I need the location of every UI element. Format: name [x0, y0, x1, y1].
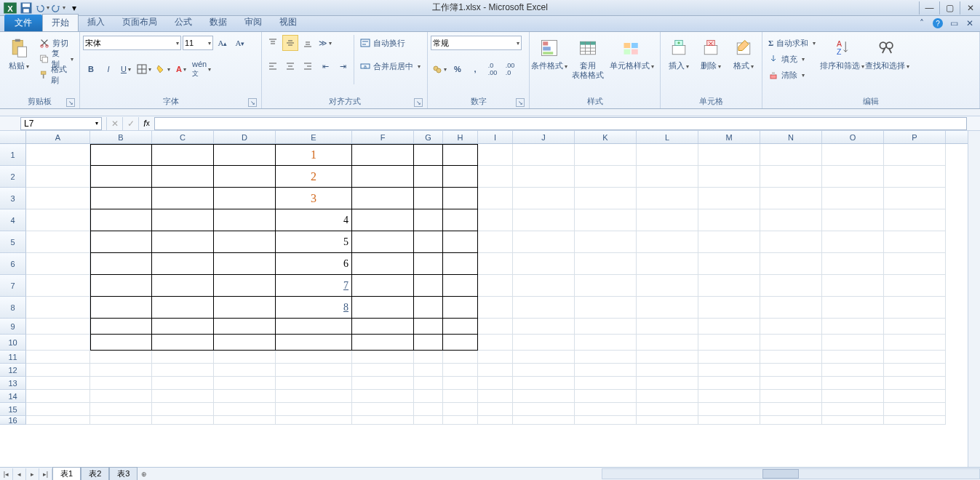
align-right-icon[interactable] [300, 58, 316, 74]
cell-C5[interactable] [152, 231, 214, 253]
align-middle-icon[interactable] [282, 35, 298, 51]
cell-F7[interactable] [352, 275, 414, 297]
cell-C11[interactable] [152, 351, 214, 364]
cell-M2[interactable] [698, 166, 760, 188]
cell-K6[interactable] [575, 253, 637, 275]
cell-C2[interactable] [152, 166, 214, 188]
col-header-O[interactable]: O [822, 131, 884, 143]
cell-L4[interactable] [637, 209, 698, 231]
cell-P5[interactable] [884, 231, 946, 253]
cell-E13[interactable] [276, 377, 352, 390]
cell-C4[interactable] [152, 209, 214, 231]
col-header-F[interactable]: F [352, 131, 414, 143]
col-header-C[interactable]: C [152, 131, 214, 143]
window-close-icon[interactable]: ✕ [964, 17, 976, 29]
cell-I12[interactable] [478, 364, 513, 377]
underline-button[interactable]: U▾ [118, 61, 134, 77]
cell-O9[interactable] [822, 319, 884, 335]
cell-I3[interactable] [478, 188, 513, 209]
cell-J3[interactable] [513, 188, 575, 209]
cell-G4[interactable] [414, 209, 443, 231]
cell-L6[interactable] [637, 253, 698, 275]
cell-C10[interactable] [152, 335, 214, 351]
cell-D14[interactable] [214, 390, 276, 403]
font-color-button[interactable]: A▾ [173, 61, 189, 77]
cell-O7[interactable] [822, 275, 884, 297]
spreadsheet-grid[interactable]: ABCDEFGHIJKLMNOP 11223344556677889101112… [0, 131, 980, 467]
cell-H2[interactable] [443, 166, 478, 188]
cell-F3[interactable] [352, 188, 414, 209]
cell-N3[interactable] [760, 188, 822, 209]
cell-L15[interactable] [637, 403, 698, 416]
cell-E12[interactable] [276, 364, 352, 377]
font-name-combo[interactable]: 宋体▾ [83, 36, 181, 50]
cell-L16[interactable] [637, 416, 698, 425]
cell-P14[interactable] [884, 390, 946, 403]
cell-I9[interactable] [478, 319, 513, 335]
col-header-L[interactable]: L [637, 131, 698, 143]
cell-P8[interactable] [884, 297, 946, 319]
cell-A13[interactable] [26, 377, 90, 390]
cell-O1[interactable] [822, 144, 884, 166]
cell-F10[interactable] [352, 335, 414, 351]
cell-D1[interactable] [214, 144, 276, 166]
cell-D10[interactable] [214, 335, 276, 351]
cell-G11[interactable] [414, 351, 443, 364]
row-header-15[interactable]: 15 [0, 403, 26, 416]
cell-B12[interactable] [90, 364, 152, 377]
row-header-7[interactable]: 7 [0, 275, 26, 297]
cell-N14[interactable] [760, 390, 822, 403]
cell-N15[interactable] [760, 403, 822, 416]
col-header-M[interactable]: M [698, 131, 760, 143]
cell-K16[interactable] [575, 416, 637, 425]
cell-J4[interactable] [513, 209, 575, 231]
autosum-button[interactable]: Σ自动求和▾ [765, 35, 818, 51]
cell-H14[interactable] [443, 390, 478, 403]
undo-icon[interactable]: ▾ [35, 1, 49, 15]
cell-E5[interactable]: 5 [276, 231, 352, 253]
cell-C9[interactable] [152, 319, 214, 335]
row-header-2[interactable]: 2 [0, 166, 26, 188]
col-header-A[interactable]: A [26, 131, 90, 143]
percent-icon[interactable]: % [450, 61, 466, 77]
maximize-button[interactable]: ▢ [939, 1, 960, 15]
cell-G8[interactable] [414, 297, 443, 319]
cell-O11[interactable] [822, 351, 884, 364]
cell-D7[interactable] [214, 275, 276, 297]
cell-F15[interactable] [352, 403, 414, 416]
cell-D3[interactable] [214, 188, 276, 209]
cell-J11[interactable] [513, 351, 575, 364]
cell-M6[interactable] [698, 253, 760, 275]
cell-K9[interactable] [575, 319, 637, 335]
cell-M3[interactable] [698, 188, 760, 209]
cell-N2[interactable] [760, 166, 822, 188]
cell-P11[interactable] [884, 351, 946, 364]
cell-J7[interactable] [513, 275, 575, 297]
format-cells-button[interactable]: 格式▾ [728, 35, 759, 72]
align-left-icon[interactable] [265, 58, 281, 74]
cell-D16[interactable] [214, 416, 276, 425]
cell-G13[interactable] [414, 377, 443, 390]
cell-N12[interactable] [760, 364, 822, 377]
cell-F11[interactable] [352, 351, 414, 364]
tab-审阅[interactable]: 审阅 [236, 14, 271, 31]
help-icon[interactable]: ? [932, 17, 944, 29]
cell-G14[interactable] [414, 390, 443, 403]
cell-H15[interactable] [443, 403, 478, 416]
cell-C6[interactable] [152, 253, 214, 275]
cell-N7[interactable] [760, 275, 822, 297]
cell-L8[interactable] [637, 297, 698, 319]
cell-A10[interactable] [26, 335, 90, 351]
cell-N9[interactable] [760, 319, 822, 335]
cell-O16[interactable] [822, 416, 884, 425]
number-format-combo[interactable]: 常规▾ [431, 36, 522, 50]
row-header-5[interactable]: 5 [0, 231, 26, 253]
cell-E10[interactable] [276, 335, 352, 351]
col-header-E[interactable]: E [276, 131, 352, 143]
cell-M13[interactable] [698, 377, 760, 390]
insert-cells-button[interactable]: 插入▾ [664, 35, 694, 72]
cell-F12[interactable] [352, 364, 414, 377]
cell-E2[interactable]: 2 [276, 166, 352, 188]
cell-J5[interactable] [513, 231, 575, 253]
cell-G7[interactable] [414, 275, 443, 297]
